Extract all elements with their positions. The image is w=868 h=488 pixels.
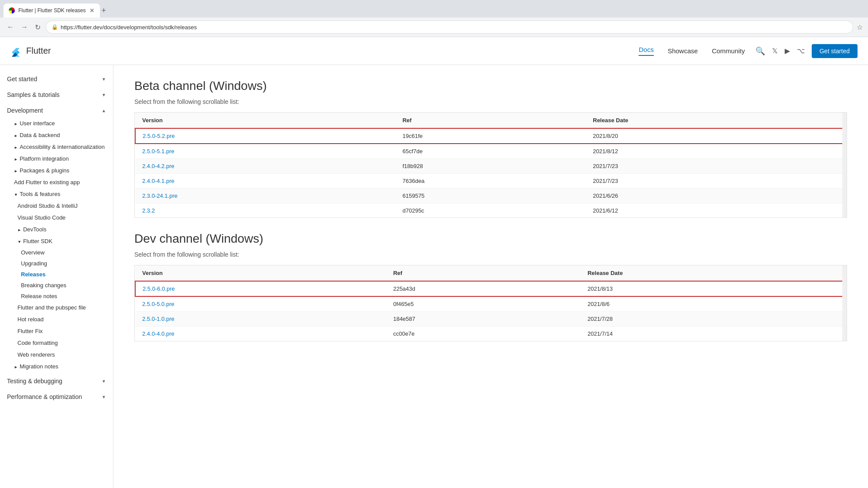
sidebar-item-android-studio[interactable]: Android Studio & IntelliJ (0, 200, 113, 212)
ref-cell: 225a43d (386, 281, 581, 296)
sidebar-item-data-backend[interactable]: ►Data & backend (0, 129, 113, 141)
youtube-icon[interactable]: ▶ (785, 47, 790, 55)
version-link[interactable]: 2.3.0-24.1.pre (142, 192, 178, 199)
version-link[interactable]: 2.5.0-1.0.pre (142, 316, 174, 322)
version-link[interactable]: 2.4.0-4.2.pre (142, 163, 174, 169)
sidebar-header-development[interactable]: Development ▲ (0, 103, 113, 117)
sidebar-item-accessibility[interactable]: ►Accessibility & internationalization (0, 141, 113, 153)
table-row[interactable]: 2.4.0-4.1.pre 7636dea 2021/7/23 (135, 174, 846, 189)
twitter-icon[interactable]: 𝕏 (772, 47, 778, 55)
ref-cell: 7636dea (396, 174, 586, 189)
tab-favicon (9, 7, 15, 14)
sidebar-item-breaking-changes[interactable]: Breaking changes (0, 280, 113, 291)
dev-table-wrapper: Version Ref Release Date 2.5.0-6.0.pre 2… (134, 265, 847, 341)
sidebar-item-flutter-fix[interactable]: Flutter Fix (0, 325, 113, 337)
forward-button[interactable]: → (19, 21, 30, 33)
dev-table-head: Version Ref Release Date (135, 265, 846, 281)
version-link[interactable]: 2.3.2 (142, 207, 155, 214)
sidebar-label-development: Development (7, 107, 43, 114)
version-link[interactable]: 2.5.0-5.0.pre (142, 301, 174, 307)
tab-bar: Flutter | Flutter SDK releases ✕ + (0, 0, 868, 17)
triangle-icon-3: ► (14, 145, 18, 150)
date-cell: 2021/7/23 (586, 174, 846, 189)
sidebar-item-web-renderers[interactable]: Web renderers (0, 349, 113, 361)
sidebar-item-pubspec[interactable]: Flutter and the pubspec file (0, 302, 113, 313)
version-link[interactable]: 2.5.0-6.0.pre (143, 285, 175, 292)
sidebar-item-platform-integration[interactable]: ►Platform integration (0, 153, 113, 165)
sidebar-item-upgrading[interactable]: Upgrading (0, 258, 113, 269)
beta-col-date: Release Date (586, 113, 846, 128)
back-button[interactable]: ← (5, 21, 16, 33)
table-row[interactable]: 2.5.0-5.1.pre 65cf7de 2021/8/12 (135, 144, 846, 159)
sidebar-item-migration-notes[interactable]: ►Migration notes (0, 361, 113, 372)
table-row[interactable]: 2.3.0-24.1.pre 6159575 2021/6/26 (135, 189, 846, 203)
version-cell: 2.5.0-1.0.pre (135, 312, 386, 326)
sidebar-header-performance[interactable]: Performance & optimization ▼ (0, 390, 113, 404)
sidebar-item-code-formatting[interactable]: Code formatting (0, 337, 113, 349)
ref-cell: f18b928 (396, 159, 586, 174)
star-icon[interactable]: ☆ (857, 23, 863, 31)
sidebar-label-performance: Performance & optimization (7, 393, 82, 400)
page-wrapper: Flutter Docs Showcase Community 🔍 𝕏 ▶ ⌥ … (0, 37, 868, 488)
sidebar-item-release-notes[interactable]: Release notes (0, 291, 113, 302)
get-started-button[interactable]: Get started (812, 44, 858, 58)
sidebar-header-samples[interactable]: Samples & tutorials ▼ (0, 88, 113, 102)
search-icon[interactable]: 🔍 (755, 46, 765, 56)
new-tab-button[interactable]: + (102, 6, 106, 15)
tab-close-button[interactable]: ✕ (89, 7, 95, 14)
sidebar-item-flutter-sdk[interactable]: ▼Flutter SDK (0, 235, 113, 247)
ref-cell: 0f465e5 (386, 296, 581, 312)
address-bar: ← → ↻ 🔒 https://flutter.dev/docs/develop… (0, 17, 868, 37)
sidebar-item-devtools[interactable]: ►DevTools (0, 223, 113, 235)
reload-button[interactable]: ↻ (33, 21, 42, 33)
table-row[interactable]: 2.5.0-1.0.pre 184e587 2021/7/28 (135, 312, 846, 326)
version-link[interactable]: 2.5.0-5.1.pre (142, 148, 174, 155)
table-row[interactable]: 2.5.0-6.0.pre 225a43d 2021/8/13 (135, 281, 846, 296)
table-row[interactable]: 2.3.2 d70295c 2021/6/12 (135, 203, 846, 218)
dev-col-version: Version (135, 265, 386, 281)
address-input[interactable]: 🔒 https://flutter.dev/docs/development/t… (46, 21, 853, 34)
dev-col-date: Release Date (581, 265, 846, 281)
github-icon[interactable]: ⌥ (797, 47, 805, 55)
browser-chrome: Flutter | Flutter SDK releases ✕ + ← → ↻… (0, 0, 868, 37)
flutter-logo[interactable]: Flutter (10, 45, 51, 57)
nav-docs[interactable]: Docs (639, 46, 653, 56)
version-link[interactable]: 2.4.0-4.1.pre (142, 178, 174, 184)
chevron-down-icon-4: ▼ (102, 395, 106, 399)
active-tab[interactable]: Flutter | Flutter SDK releases ✕ (3, 3, 100, 17)
sidebar-item-packages[interactable]: ►Packages & plugins (0, 165, 113, 176)
sidebar-item-hot-reload[interactable]: Hot reload (0, 313, 113, 325)
dev-table-scrollbar[interactable] (842, 265, 847, 341)
version-link[interactable]: 2.5.0-5.2.pre (143, 133, 175, 139)
beta-table-header-row: Version Ref Release Date (135, 113, 846, 128)
beta-table-scrollbar[interactable] (842, 113, 847, 217)
nav-community[interactable]: Community (712, 47, 745, 55)
sidebar-item-overview[interactable]: Overview (0, 247, 113, 258)
table-row[interactable]: 2.4.0-4.0.pre cc00e7e 2021/7/14 (135, 326, 846, 341)
table-row[interactable]: 2.5.0-5.2.pre 19c61fe 2021/8/20 (135, 128, 846, 144)
nav-showcase[interactable]: Showcase (668, 47, 698, 55)
version-link[interactable]: 2.4.0-4.0.pre (142, 330, 174, 337)
version-cell: 2.5.0-5.0.pre (135, 296, 386, 312)
flutter-logo-icon (10, 45, 23, 57)
dev-table-inner[interactable]: Version Ref Release Date 2.5.0-6.0.pre 2… (135, 265, 847, 341)
beta-table-inner[interactable]: Version Ref Release Date 2.5.0-5.2.pre 1… (135, 113, 847, 217)
sidebar-item-tools-features[interactable]: ▼Tools & features (0, 188, 113, 200)
sidebar-item-user-interface[interactable]: ►User interface (0, 117, 113, 129)
triangle-icon-4: ► (14, 157, 18, 162)
sidebar-item-add-flutter[interactable]: Add Flutter to existing app (0, 176, 113, 188)
table-row[interactable]: 2.5.0-5.0.pre 0f465e5 2021/8/6 (135, 296, 846, 312)
chevron-up-icon: ▲ (102, 108, 106, 113)
sidebar-item-vscode[interactable]: Visual Studio Code (0, 212, 113, 223)
triangle-icon-2: ► (14, 134, 18, 138)
triangle-icon-5: ► (14, 169, 18, 173)
dev-col-ref: Ref (386, 265, 581, 281)
sidebar-header-testing[interactable]: Testing & debugging ▼ (0, 374, 113, 388)
table-row[interactable]: 2.4.0-4.2.pre f18b928 2021/7/23 (135, 159, 846, 174)
beta-table: Version Ref Release Date 2.5.0-5.2.pre 1… (135, 113, 847, 217)
date-cell: 2021/8/20 (586, 128, 846, 144)
ref-cell: 19c61fe (396, 128, 586, 144)
sidebar-header-get-started[interactable]: Get started ▼ (0, 72, 113, 86)
date-cell: 2021/6/12 (586, 203, 846, 218)
sidebar-item-releases[interactable]: Releases (0, 269, 113, 280)
